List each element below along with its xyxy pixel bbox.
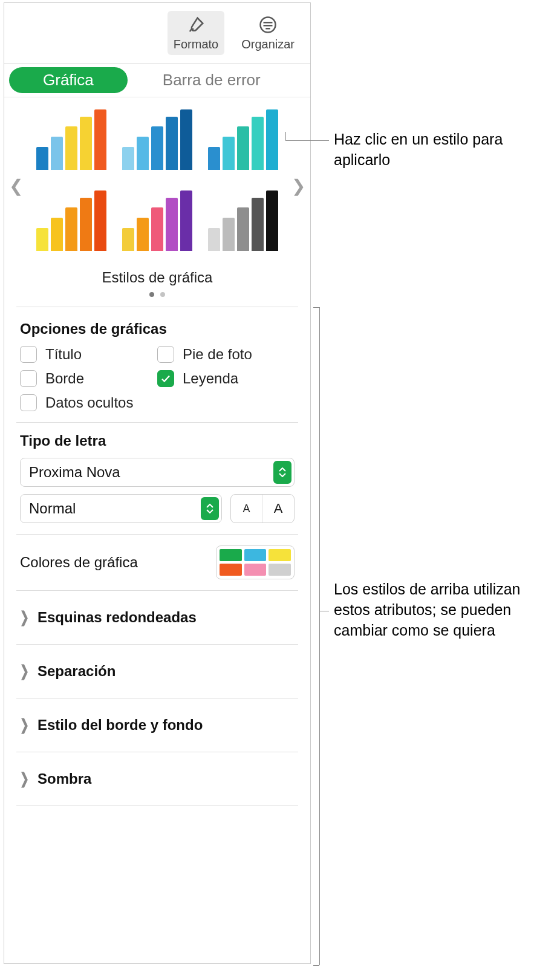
organize-tool-label: Organizar: [241, 37, 295, 51]
format-tool-label: Formato: [174, 37, 218, 51]
thumb-bar: [151, 207, 163, 251]
checkbox-legend[interactable]: [157, 370, 174, 387]
chart-style-thumb[interactable]: [32, 190, 111, 251]
thumb-bar: [166, 198, 178, 251]
chart-colors-row: Colores de gráfica: [4, 535, 310, 590]
palette-swatch: [269, 549, 291, 561]
thumb-bar: [36, 147, 48, 170]
chevron-right-icon: ❯: [20, 716, 29, 735]
callout-bracket: [319, 307, 320, 965]
chart-style-thumb[interactable]: [204, 190, 282, 251]
chart-colors-label: Colores de gráfica: [20, 554, 138, 571]
organize-tool-button[interactable]: Organizar: [235, 11, 301, 55]
thumb-bar: [237, 207, 249, 251]
thumb-bar: [180, 109, 192, 170]
palette-swatch: [244, 564, 267, 576]
option-hidden: Datos ocultos: [20, 394, 157, 411]
palette-swatch: [220, 564, 242, 576]
inspector-tabs: Gráfica Barra de error: [4, 63, 310, 97]
thumb-bar: [180, 190, 192, 251]
thumb-bar: [51, 137, 63, 170]
disclosure-border-bg[interactable]: ❯ Estilo del borde y fondo: [4, 698, 310, 752]
chart-style-thumb[interactable]: [204, 109, 282, 170]
thumb-bar: [80, 117, 92, 170]
thumb-bar: [80, 198, 92, 251]
checkbox-hidden[interactable]: [20, 394, 37, 411]
option-label: Pie de foto: [183, 346, 252, 363]
option-border: Borde: [20, 370, 157, 387]
font-size-smaller-button[interactable]: A: [231, 495, 262, 522]
arrange-icon: [258, 15, 278, 35]
option-label: Título: [45, 346, 82, 363]
font-weight-value: Normal: [29, 500, 76, 517]
callout-attributes: Los estilos de arriba utilizan estos atr…: [334, 579, 552, 640]
thumb-bar: [65, 126, 77, 170]
palette-swatch: [269, 564, 291, 576]
disclosure-label: Esquinas redondeadas: [37, 609, 197, 626]
thumb-bar: [51, 218, 63, 251]
option-label: Leyenda: [183, 370, 238, 387]
chart-colors-button[interactable]: [216, 545, 295, 579]
disclosure-shadow[interactable]: ❯ Sombra: [4, 752, 310, 806]
font-size-larger-button[interactable]: A: [262, 495, 294, 522]
disclosure-label: Sombra: [37, 770, 91, 787]
callout-styles: Haz clic en un estilo para aplicarlo: [334, 129, 539, 171]
chart-options-section: Opciones de gráficas TítuloPie de fotoBo…: [4, 307, 310, 422]
option-caption: Pie de foto: [157, 346, 295, 363]
thumb-bar: [223, 218, 235, 251]
chart-style-thumb[interactable]: [118, 190, 197, 251]
option-legend: Leyenda: [157, 370, 295, 387]
dropdown-stepper-icon: [201, 497, 219, 520]
callout-leader: [285, 140, 329, 141]
checkbox-border[interactable]: [20, 370, 37, 387]
page-dot-1[interactable]: [149, 292, 154, 297]
callout-bracket-end: [313, 965, 319, 966]
gallery-title: Estilos de gráfica: [22, 269, 292, 286]
disclosure-rounded-corners[interactable]: ❯ Esquinas redondeadas: [4, 591, 310, 644]
thumb-bar: [166, 117, 178, 170]
gallery-prev-arrow[interactable]: ❮: [9, 176, 23, 196]
disclosure-separation[interactable]: ❯ Separación: [4, 645, 310, 698]
chevron-right-icon: ❯: [20, 770, 29, 789]
callout-bracket-end: [313, 307, 319, 308]
font-family-value: Proxima Nova: [29, 464, 120, 481]
chart-style-thumb[interactable]: [32, 109, 111, 170]
thumb-bar: [208, 228, 220, 251]
format-panel: Formato Organizar Gráfica Barra de error…: [4, 2, 311, 964]
thumb-bar: [122, 228, 134, 251]
thumb-bar: [252, 198, 264, 251]
thumb-bar: [137, 218, 149, 251]
thumb-bar: [223, 137, 235, 170]
thumb-bar: [36, 228, 48, 251]
thumb-bar: [65, 207, 77, 251]
option-title: Título: [20, 346, 157, 363]
page-dot-2[interactable]: [160, 292, 165, 297]
chevron-right-icon: ❯: [20, 662, 29, 681]
thumb-bar: [94, 109, 106, 170]
font-section: Tipo de letra Proxima Nova Normal A A: [4, 423, 310, 534]
thumb-bar: [252, 117, 264, 170]
font-weight-select[interactable]: Normal: [20, 494, 222, 523]
font-family-select[interactable]: Proxima Nova: [20, 458, 295, 487]
checkbox-title[interactable]: [20, 346, 37, 363]
thumb-bar: [151, 126, 163, 170]
palette-swatch: [220, 549, 242, 561]
thumb-bar: [122, 147, 134, 170]
chart-style-thumb[interactable]: [118, 109, 197, 170]
checkbox-caption[interactable]: [157, 346, 174, 363]
thumb-bar: [94, 190, 106, 251]
tab-error-bar[interactable]: Barra de error: [163, 71, 261, 90]
gallery-next-arrow[interactable]: ❯: [291, 176, 305, 196]
format-tool-button[interactable]: Formato: [168, 11, 224, 55]
disclosure-label: Estilo del borde y fondo: [37, 717, 203, 734]
paintbrush-icon: [186, 15, 206, 35]
tab-chart[interactable]: Gráfica: [9, 67, 128, 93]
thumb-bar: [137, 137, 149, 170]
chevron-right-icon: ❯: [20, 608, 29, 627]
divider: [16, 806, 298, 806]
callout-tick: [285, 132, 286, 140]
gallery-page-dots: [22, 292, 292, 297]
chart-options-heading: Opciones de gráficas: [20, 321, 295, 337]
thumb-bar: [208, 147, 220, 170]
dropdown-stepper-icon: [273, 461, 291, 484]
